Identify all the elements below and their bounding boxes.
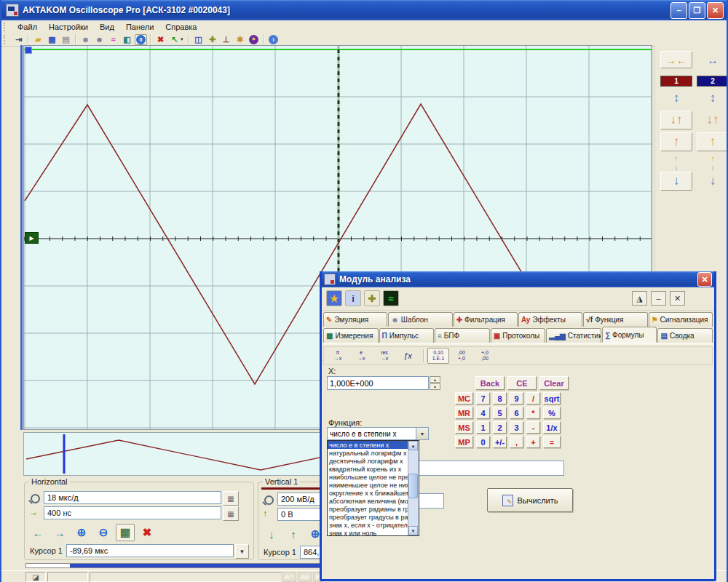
time-scale-field[interactable]: 18 мкс/д	[44, 491, 221, 504]
calc-key-/[interactable]: /	[526, 392, 540, 404]
x-value-input[interactable]: 1,000E+000	[327, 376, 429, 390]
function-option[interactable]: число е в степени x	[328, 441, 412, 449]
menu-справка[interactable]: Справка	[159, 22, 202, 32]
info-module-icon[interactable]: i	[345, 290, 361, 306]
calc-key-%[interactable]: %	[543, 407, 561, 419]
calc-key-=[interactable]: =	[543, 436, 561, 448]
h-zoom-in-icon[interactable]: ⊕	[72, 524, 91, 541]
calc-mr-button[interactable]: MR	[455, 407, 473, 419]
progress-thumb[interactable]	[26, 564, 70, 567]
time-offset-knob-button[interactable]: ▦	[223, 506, 239, 521]
print-icon[interactable]: ▤	[60, 34, 72, 45]
h-zoom-out-icon[interactable]: ⊖	[94, 524, 113, 541]
calc-key-5[interactable]: 5	[493, 407, 507, 419]
gear-search-icon[interactable]: ✱	[234, 34, 246, 45]
close-button[interactable]: ✕	[707, 2, 724, 19]
menu-grip[interactable]	[4, 23, 9, 31]
compress-horizontal-button[interactable]: →←	[660, 51, 692, 68]
collapse-button[interactable]: –	[651, 291, 666, 306]
v-move-down-icon[interactable]: ↓	[262, 525, 281, 543]
expand-horizontal-button[interactable]: ↔	[697, 51, 728, 68]
save-icon[interactable]: ▦	[46, 34, 58, 45]
menu-вид[interactable]: Вид	[94, 22, 120, 32]
calc-key-,[interactable]: ,	[510, 436, 523, 448]
h-pan-left-icon[interactable]: ←	[28, 524, 47, 541]
dec-left-button[interactable]: ,00+,0	[451, 348, 472, 364]
wand-icon[interactable]: ✶	[248, 34, 260, 45]
calc-mc-button[interactable]: MC	[455, 392, 473, 404]
calc-back-button[interactable]: Back	[475, 376, 505, 390]
combo-dropdown-icon[interactable]: ▼	[416, 428, 428, 439]
v-move-up-icon[interactable]: ↑	[284, 525, 303, 543]
calc-ce-button[interactable]: CE	[507, 376, 537, 390]
calc-key--[interactable]: -	[526, 421, 540, 434]
function-option[interactable]: абсолютная величина (мод	[328, 497, 412, 505]
minimize-button[interactable]: –	[670, 2, 687, 19]
fx-button[interactable]: ƒx	[397, 348, 419, 364]
calc-key-6[interactable]: 6	[510, 407, 523, 419]
ch1-compress-vertical-button[interactable]: ↓↑	[660, 111, 692, 129]
calc-key-+[interactable]: +	[526, 436, 540, 448]
calc-key-sqrt[interactable]: sqrt	[543, 392, 561, 404]
ch1-fine-down-button[interactable]: ↓	[660, 163, 692, 171]
sci-format-button[interactable]: 0,101.E-1	[427, 348, 449, 364]
display-icon[interactable]: ◧	[121, 34, 133, 45]
tab-импульс[interactable]: ΠИмпульс	[379, 328, 435, 343]
insert-signal-icon[interactable]: ↖	[168, 34, 181, 45]
h-clear-cursor-icon[interactable]: ✖	[138, 524, 157, 541]
calc-clear-button[interactable]: Clear	[539, 376, 569, 390]
calc-key-4[interactable]: 4	[476, 407, 490, 419]
pi-to-x-button[interactable]: π→x	[327, 348, 349, 364]
favorites-icon[interactable]: ★	[326, 290, 342, 306]
info-panel-icon[interactable]: ◫	[192, 34, 205, 45]
signal-waves-icon[interactable]: ≈	[107, 34, 119, 45]
ch1-expand-vertical-button[interactable]: ↕	[660, 89, 692, 108]
function-option[interactable]: наибольшее целое не прев	[328, 473, 412, 481]
ch1-gain-down-button[interactable]: ↓	[660, 172, 692, 191]
pause-icon[interactable]: II	[135, 34, 147, 45]
tab-сигнализация[interactable]: ⚑Сигнализация	[649, 312, 713, 327]
ch2-gain-up-button[interactable]: ↑	[697, 132, 728, 151]
tab-сводка[interactable]: ▤Сводка	[657, 328, 713, 343]
ch1-gain-up-button[interactable]: ↑	[660, 132, 692, 151]
ch2-fine-down-button[interactable]: ↓	[697, 163, 728, 171]
maximize-button[interactable]: ❐	[689, 2, 705, 19]
record-settings-icon[interactable]: ☻	[79, 34, 92, 45]
function-option[interactable]: знак x, если x - отрицатель	[328, 521, 412, 529]
time-scale-knob-button[interactable]: ▦	[223, 491, 239, 506]
ch2-gain-down-button[interactable]: ↓	[697, 172, 728, 191]
calc-key-*[interactable]: *	[526, 407, 540, 419]
channel-1-header[interactable]: 1	[660, 76, 692, 87]
calc-mp-button[interactable]: MP	[455, 436, 473, 448]
function-option[interactable]: преобразует градусы в рад	[328, 513, 412, 521]
menu-панели[interactable]: Панели	[120, 22, 159, 32]
trigger-level-marker[interactable]: ▶	[25, 232, 39, 244]
function-option[interactable]: знак x или ноль	[328, 529, 412, 537]
tab-фильтрация[interactable]: ✚Фильтрация	[454, 312, 518, 327]
record-mark-icon[interactable]: ☻	[93, 34, 106, 45]
calc-key-9[interactable]: 9	[510, 392, 523, 404]
function-combobox[interactable]: число е в степени x ▼	[327, 427, 429, 440]
tab-протоколы[interactable]: ▣Протоколы	[491, 328, 546, 343]
tab-бпф[interactable]: ≈БПФ	[435, 328, 490, 343]
scroll-thumb[interactable]	[408, 474, 418, 498]
ch2-fine-up-button[interactable]: ↑	[697, 154, 728, 162]
preview-button[interactable]: ◮	[632, 291, 647, 306]
function-option[interactable]: десятичный логарифм x	[328, 457, 412, 465]
channel-2-header[interactable]: 2	[697, 76, 728, 87]
ch1-fine-up-button[interactable]: ↑	[660, 154, 692, 162]
scope-module-icon[interactable]: ≈	[383, 290, 399, 306]
function-option[interactable]: преобразует радианы в гр	[328, 505, 412, 513]
h-cursor-value-field[interactable]: -89,69 мкс	[66, 544, 234, 557]
calc-key-7[interactable]: 7	[476, 392, 490, 404]
calc-key-0[interactable]: 0	[476, 436, 490, 448]
toolbar-grip[interactable]	[4, 35, 9, 44]
h-cursor-dropdown-button[interactable]: ▼	[235, 544, 249, 559]
close-panel-button[interactable]: ✕	[670, 291, 685, 306]
x-spin-up[interactable]: ▲	[430, 376, 440, 383]
menu-файл[interactable]: Файл	[12, 22, 43, 32]
list-scrollbar[interactable]: ▲▼	[408, 441, 419, 535]
calc-key-8[interactable]: 8	[493, 392, 507, 404]
trigger-top-marker[interactable]	[25, 47, 32, 54]
open-file-icon[interactable]: ▰	[32, 34, 44, 45]
